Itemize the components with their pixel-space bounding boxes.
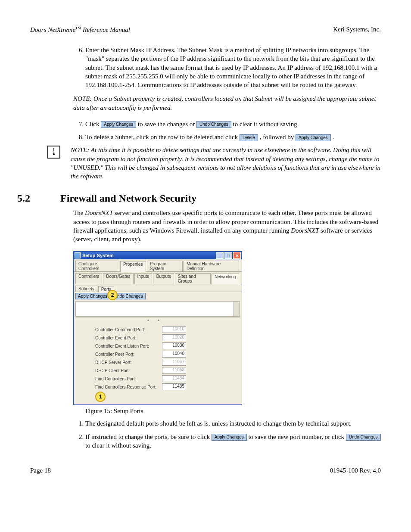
step-6: Enter the Subnet Mask IP Address. The Su… [85, 46, 381, 89]
tab-sites-groups[interactable]: Sites and Groups [175, 273, 211, 284]
port-label: DHCP Server Port: [95, 360, 162, 365]
port-row: Find Controllers Port:11434 [95, 375, 220, 382]
tab-inputs[interactable]: Inputs [134, 273, 152, 284]
port-label: Find Controllers Response Port: [95, 385, 162, 389]
app-icon [75, 252, 81, 258]
port-input[interactable]: 10010 [162, 326, 186, 333]
titlebar: Setup System _ □ ✕ [74, 252, 242, 259]
port-input[interactable]: 11067 [162, 359, 186, 366]
section-title: Firewall and Network Security [60, 193, 196, 204]
note-subnet-autoconfig: NOTE: Once a Subnet property is created,… [73, 94, 381, 112]
setup-system-window: Setup System _ □ ✕ Configure Controllers… [73, 251, 242, 405]
undo-changes-button-3[interactable]: Undo Changes [346, 434, 381, 441]
port-input[interactable]: 10040 [162, 351, 186, 358]
tab-manual-hardware[interactable]: Manual Hardware Definition [184, 261, 239, 271]
tab-outputs[interactable]: Outputs [153, 273, 174, 284]
port-row: Controller Command Port:10010 [95, 326, 220, 333]
ports-form: Controller Command Port:10010Controller … [74, 323, 242, 404]
tab-controllers[interactable]: Controllers [75, 273, 102, 284]
port-input[interactable]: 11435 [162, 383, 186, 390]
port-row: Controller Peer Port:10040 [95, 351, 220, 358]
apply-changes-button-3[interactable]: Apply Changes [212, 434, 247, 441]
tab-row-3: Subnets Ports [74, 284, 242, 292]
doc-type: Reference Manual [81, 26, 130, 33]
delete-button[interactable]: Delete [240, 134, 258, 141]
step-list-b: Click Apply Changes to save the changes … [73, 120, 381, 142]
undo-changes-button[interactable]: Undo Changes [196, 121, 231, 128]
port-label: Controller Event Port: [95, 336, 162, 340]
maximize-button[interactable]: □ [224, 252, 232, 259]
close-button[interactable]: ✕ [233, 252, 241, 259]
port-label: Controller Command Port: [95, 327, 162, 332]
warning-text: NOTE: At this time it is possible to del… [71, 146, 381, 180]
tab-row-1: Configure Controllers Properties Program… [74, 259, 242, 272]
step-8: To delete a Subnet, click on the row to … [85, 133, 381, 141]
page-number: Page 18 [30, 467, 51, 474]
trademark: TM [75, 26, 81, 30]
marker-1: 1 [95, 392, 106, 402]
warning-icon: ! • [47, 146, 60, 159]
port-label: Find Controllers Port: [95, 376, 162, 381]
tab-networking[interactable]: Networking [212, 274, 239, 284]
port-input[interactable]: 10020 [162, 334, 186, 341]
step-7: Click Apply Changes to save the changes … [85, 120, 381, 128]
list-pane [75, 301, 240, 317]
section-number: 5.2 [17, 193, 60, 204]
port-row: DHCP Client Port:11068 [95, 367, 220, 374]
apply-changes-button-2[interactable]: Apply Changes [296, 134, 331, 141]
step-c2: If instructed to change the ports, be su… [85, 432, 381, 450]
port-row: Controller Event Port:10020 [95, 334, 220, 341]
main-content: Enter the Subnet Mask IP Address. The Su… [73, 46, 381, 141]
company-name: Keri Systems, Inc. [333, 26, 381, 34]
port-row: Controller Event Listen Port:10030 [95, 342, 220, 349]
tab-doors-gates[interactable]: Doors/Gates [103, 273, 133, 284]
product-name: Doors NetXtreme [30, 26, 75, 33]
firewall-paragraph: The DoorsNXT server and controllers use … [73, 208, 381, 243]
action-button-row: Apply Changes Undo Changes 2 [74, 292, 242, 300]
tab-subnets[interactable]: Subnets [75, 286, 97, 292]
warning-note-row: ! • NOTE: At this time it is possible to… [30, 146, 381, 180]
section-heading: 5.2 Firewall and Network Security [30, 193, 381, 204]
page-footer: Page 18 01945-100 Rev. 4.0 [30, 467, 381, 474]
scrollbar[interactable] [233, 302, 240, 316]
minimize-button[interactable]: _ [216, 252, 224, 259]
tab-properties[interactable]: Properties [120, 261, 146, 272]
apply-changes-button[interactable]: Apply Changes [101, 121, 136, 128]
tab-configure-controllers[interactable]: Configure Controllers [75, 261, 119, 271]
port-label: Controller Event Listen Port: [95, 344, 162, 348]
section-body: The DoorsNXT server and controllers use … [73, 208, 381, 450]
doc-number: 01945-100 Rev. 4.0 [330, 467, 381, 474]
tab-program-system[interactable]: Program System [147, 261, 183, 271]
port-input[interactable]: 11434 [162, 375, 186, 382]
window-title: Setup System [82, 253, 215, 258]
port-row: Find Controllers Response Port:11435 [95, 383, 220, 390]
port-input[interactable]: 11068 [162, 367, 186, 374]
port-row: DHCP Server Port:11067 [95, 359, 220, 366]
figure-caption: Figure 15: Setup Ports [85, 408, 381, 415]
step-list-c: The designated default ports should be l… [73, 419, 381, 450]
tab-row-2: Controllers Doors/Gates Inputs Outputs S… [74, 272, 242, 284]
apply-changes-button-win[interactable]: Apply Changes [75, 293, 110, 299]
page-header: Doors NetXtremeTM Reference Manual Keri … [30, 26, 381, 34]
splitter[interactable]: ▴▴ [75, 317, 240, 320]
port-input[interactable]: 10030 [162, 342, 186, 349]
step-c1: The designated default ports should be l… [85, 419, 381, 428]
port-label: Controller Peer Port: [95, 352, 162, 357]
header-left: Doors NetXtremeTM Reference Manual [30, 26, 130, 34]
step-list-a: Enter the Subnet Mask IP Address. The Su… [73, 46, 381, 89]
port-label: DHCP Client Port: [95, 368, 162, 373]
